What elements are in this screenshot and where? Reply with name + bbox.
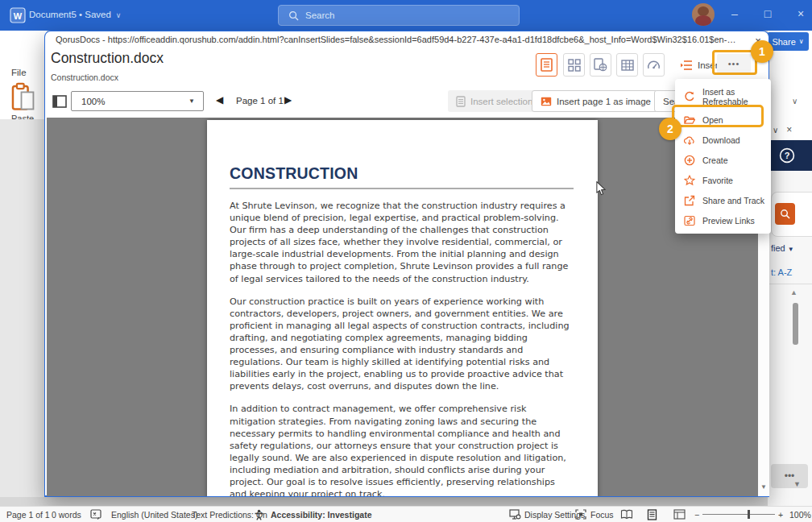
menu-item-create[interactable]: Create	[675, 150, 771, 170]
search-placeholder: Search	[305, 10, 334, 20]
grid-view-icon	[568, 59, 581, 72]
print-layout-icon[interactable]	[647, 509, 657, 520]
view-grid-button[interactable]	[563, 53, 585, 77]
pane-more-button[interactable]: •••	[771, 464, 808, 488]
modified-filter[interactable]: fied ▼	[771, 243, 794, 253]
pane-scroll-up-icon[interactable]: ▲	[790, 288, 798, 296]
ribbon-collapse-chevron-icon[interactable]: ∨	[792, 97, 798, 106]
chevron-down-icon: ▼	[788, 246, 794, 253]
search-input[interactable]: Search	[278, 5, 520, 26]
minimize-button[interactable]: –	[721, 2, 748, 26]
pane-search-button[interactable]	[775, 203, 795, 225]
share-button[interactable]: Share∨	[767, 32, 809, 51]
status-zoom-level[interactable]: 100%	[789, 510, 811, 520]
status-page-count[interactable]: Page 1 of 1	[6, 510, 50, 520]
document-title[interactable]: Document5 • Saved∨	[29, 10, 121, 19]
view-dashboard-button[interactable]	[643, 53, 665, 77]
scroll-down-icon[interactable]: ▼	[760, 483, 767, 491]
display-settings-icon	[509, 509, 521, 520]
page-subtitle: Construction.docx	[51, 72, 118, 82]
zoom-out-button[interactable]: −	[694, 510, 699, 520]
refresh-icon	[684, 91, 695, 102]
status-focus[interactable]: Focus	[590, 510, 614, 520]
panel-icon	[52, 95, 67, 108]
close-button[interactable]: ×	[787, 2, 812, 26]
view-document-button[interactable]	[536, 53, 557, 77]
chevron-down-icon: ▼	[188, 97, 195, 105]
download-icon	[684, 135, 695, 146]
insert-selection-button[interactable]: Insert selection	[448, 90, 541, 112]
web-layout-icon[interactable]	[673, 509, 686, 520]
read-mode-icon[interactable]	[620, 509, 633, 520]
task-pane-header: ∨ ×	[768, 119, 812, 140]
word-canvas	[0, 119, 47, 506]
star-icon	[684, 175, 695, 186]
help-icon[interactable]: ?	[779, 147, 795, 164]
svg-text:?: ?	[785, 151, 790, 160]
status-word-count[interactable]: 0 words	[52, 510, 81, 520]
document-heading: CONSTRUCTION	[230, 164, 574, 189]
page-title: Construction.docx	[51, 50, 164, 67]
image-icon	[541, 97, 552, 106]
pane-scroll-down-icon[interactable]: ▼	[793, 480, 801, 488]
insert-all-icon	[681, 60, 693, 71]
focus-icon	[575, 509, 586, 520]
status-bar: Page 1 of 1 0 words English (United Stat…	[0, 506, 812, 522]
link-icon	[684, 215, 695, 226]
document-paragraph: Our construction practice is built on ye…	[230, 296, 574, 393]
paste-icon	[11, 82, 35, 111]
close-icon[interactable]: ×	[786, 124, 792, 135]
sort-control[interactable]: t: A-Z	[771, 267, 792, 277]
status-accessibility[interactable]: Accessibility: Investigate	[271, 510, 371, 520]
menu-item-download[interactable]: Download	[675, 130, 771, 150]
share-icon	[684, 195, 695, 206]
table-icon	[621, 60, 634, 71]
document-preview-area: CONSTRUCTION At Shrute Levinson, we reco…	[47, 118, 758, 496]
status-language[interactable]: English (United States)	[111, 510, 197, 520]
callout-badge-2: 2	[659, 118, 682, 140]
word-logo-icon: W	[10, 7, 26, 23]
menu-item-share-and-track[interactable]: Share and Track	[675, 190, 771, 210]
gauge-icon	[647, 59, 661, 71]
zoom-in-button[interactable]: +	[778, 510, 783, 520]
accessibility-icon	[254, 509, 264, 520]
plus-circle-icon	[684, 155, 695, 166]
document-globe-icon	[594, 58, 607, 72]
chevron-down-icon[interactable]: ∨	[773, 126, 778, 135]
proofing-icon[interactable]	[90, 509, 102, 520]
word-canvas	[0, 497, 812, 506]
more-options-menu: Insert as Refreshable Open Download Cr	[675, 79, 771, 234]
insert-page-as-image-button[interactable]: Insert page 1 as image	[532, 90, 660, 112]
zoom-dropdown[interactable]: 100% ▼	[71, 91, 204, 111]
tab-file[interactable]: File	[11, 68, 27, 77]
next-page-button[interactable]: ▶	[284, 94, 292, 106]
zoom-slider-track[interactable]	[702, 514, 775, 515]
pane-scrollbar-thumb[interactable]	[793, 303, 798, 345]
svg-text:W: W	[14, 11, 23, 21]
divider	[768, 284, 812, 284]
callout-badge-1: 1	[751, 40, 773, 63]
sidebar-toggle-button[interactable]	[50, 92, 69, 111]
view-doc-web-button[interactable]	[590, 53, 611, 77]
chevron-down-icon: ∨	[116, 11, 122, 19]
search-icon	[780, 209, 790, 219]
qorusdocs-task-pane	[768, 119, 812, 506]
previous-page-button[interactable]: ◀	[216, 94, 223, 106]
maximize-button[interactable]: □	[754, 2, 781, 26]
view-table-button[interactable]	[616, 53, 638, 77]
dialog-title: QorusDocs - https://officeaddin.qorushub…	[56, 35, 740, 44]
document-paragraph: At Shrute Levinson, we recognize that th…	[230, 200, 574, 285]
mouse-cursor	[596, 181, 607, 196]
document-icon	[456, 96, 466, 107]
zoom-slider-thumb[interactable]	[748, 510, 750, 519]
avatar[interactable]	[692, 3, 715, 26]
task-pane-banner: ?	[768, 140, 812, 171]
word-titlebar: W Document5 • Saved∨ Search – □ ×	[0, 0, 812, 31]
search-icon	[288, 10, 299, 21]
document-page: CONSTRUCTION At Shrute Levinson, we reco…	[207, 120, 598, 496]
menu-item-preview-links[interactable]: Preview Links	[675, 210, 771, 230]
page-indicator: Page 1 of 1	[236, 96, 284, 106]
menu-item-favorite[interactable]: Favorite	[675, 170, 771, 190]
document-paragraph: In addition to contract management, we o…	[230, 403, 574, 496]
chevron-down-icon: ∨	[799, 38, 804, 45]
